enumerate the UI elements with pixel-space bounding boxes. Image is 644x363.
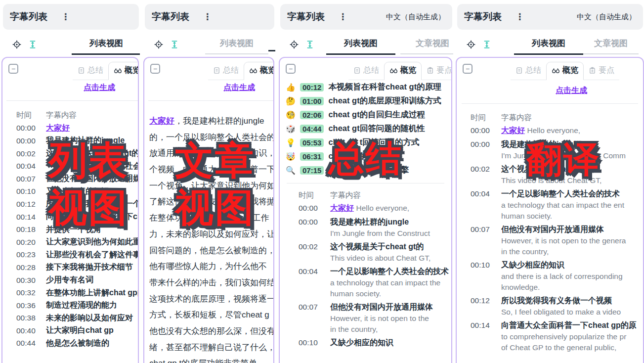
timestamp[interactable]: 00:20: [2, 238, 46, 247]
vertical-expand-icon[interactable]: [304, 39, 316, 50]
tab-list-view[interactable]: 列表视图: [326, 38, 395, 55]
subtitle-row[interactable]: 00:23 让那些没有机会了解这件事的朋友: [2, 249, 138, 262]
chapter-timestamp-badge[interactable]: 06:31: [300, 152, 324, 161]
tab-overview[interactable]: 概览: [108, 62, 139, 80]
chapter-row[interactable]: 🧐 02:06 cheat gt的自回归生成过程: [286, 108, 451, 122]
subtitle-row[interactable]: 00:28 接下来我将抛开技术细节: [2, 261, 138, 274]
subtitle-row[interactable]: 00:04 一个足以影响整个人类社会的技术 a technology that …: [280, 265, 451, 299]
timestamp[interactable]: 00:10: [457, 259, 501, 293]
subtitle-row[interactable]: 00:00 我是建构社群的jungle I'm Jungle from the …: [280, 216, 451, 239]
timestamp[interactable]: 00:07: [2, 175, 46, 183]
tab-overview[interactable]: 概览: [244, 62, 274, 80]
timestamp[interactable]: 00:38: [2, 314, 46, 322]
subtitle-row[interactable]: 00:14 向普通大众全面科普一下cheat gp的原理: [2, 211, 138, 224]
timestamp[interactable]: 00:00: [280, 216, 330, 239]
subtitle-row[interactable]: 00:40 让大家明白chat gp: [2, 324, 138, 337]
tab-summary[interactable]: 总结: [348, 62, 384, 80]
subtitle-row[interactable]: 00:07 但他没有对国内开放通用媒体 However, it is not o…: [280, 301, 451, 335]
locate-crosshair-icon[interactable]: [11, 39, 23, 50]
generate-link[interactable]: 点击生成: [223, 83, 255, 93]
timestamp[interactable]: 00:00: [457, 124, 501, 136]
kebab-menu-icon[interactable]: ⋮: [515, 11, 524, 22]
collapse-button[interactable]: −: [463, 64, 472, 74]
chapter-timestamp-badge[interactable]: 07:15: [300, 166, 324, 175]
subtitle-row[interactable]: 00:00 我是建构社群的jungle: [2, 135, 138, 147]
chapter-timestamp-badge[interactable]: 02:06: [300, 111, 324, 119]
subtitle-row[interactable]: 00:04 一个足以影响整个人类社会的技术 a technology that …: [457, 187, 643, 222]
tab-summary[interactable]: 总结: [511, 62, 546, 80]
tab-summary[interactable]: 总结: [208, 62, 244, 80]
timestamp[interactable]: 00:04: [2, 162, 46, 171]
timestamp[interactable]: 00:02: [2, 149, 46, 158]
timestamp[interactable]: 00:30: [2, 276, 46, 285]
subtitle-row[interactable]: 00:00 大家好 Hello everyone,: [280, 202, 451, 214]
subtitle-row[interactable]: 00:18 并提供一个视角: [2, 223, 138, 236]
tab-overview[interactable]: 概览: [546, 62, 584, 80]
chapter-row[interactable]: 👍 00:12 本视频旨在科普cheat gt的原理: [286, 80, 451, 94]
timestamp[interactable]: 00:04: [280, 265, 330, 299]
locate-crosshair-icon[interactable]: [288, 39, 300, 50]
chapter-row[interactable]: 🤯 06:31 cheat gt的惊人能力: [286, 149, 451, 163]
subtitle-row[interactable]: 00:14 向普通大众全面科普一下cheat gp的原 to comprehen…: [457, 319, 643, 353]
subtitle-row[interactable]: 00:30 少用专有名词: [2, 274, 138, 287]
timestamp[interactable]: 00:14: [2, 213, 46, 222]
chapter-row[interactable]: 🎲 04:44 cheat gt回答问题的随机性: [286, 122, 451, 136]
subtitle-row[interactable]: 00:00 大家好 Hello everyone,: [457, 124, 643, 136]
collapse-button[interactable]: −: [8, 64, 18, 74]
timestamp[interactable]: 00:00: [457, 138, 501, 161]
tab-article-view[interactable]: 文章视图: [583, 38, 639, 54]
timestamp[interactable]: 00:40: [2, 326, 46, 335]
generate-link[interactable]: 点击生成: [522, 86, 621, 96]
collapse-button[interactable]: −: [286, 64, 296, 74]
subtitle-row[interactable]: 00:02 这个视频是关于cheat gt的 This video is abo…: [280, 240, 451, 264]
locate-crosshair-icon[interactable]: [153, 39, 165, 50]
tab-overview[interactable]: 概览: [384, 62, 422, 80]
timestamp[interactable]: 00:23: [2, 250, 46, 259]
chapter-timestamp-badge[interactable]: 00:12: [300, 83, 324, 91]
vertical-expand-icon[interactable]: [481, 39, 493, 50]
subtitle-row[interactable]: 00:07 但他没有对国内开放通用媒体: [2, 173, 138, 185]
subtitle-row[interactable]: 00:36 制造过程涌现的能力: [2, 299, 138, 312]
subtitle-row[interactable]: 00:00 大家好: [2, 122, 138, 135]
timestamp[interactable]: 00:04: [457, 187, 501, 222]
tab-article-view[interactable]: 文章视图: [400, 38, 453, 54]
tab-list-view[interactable]: 列表视图: [514, 38, 583, 55]
timestamp[interactable]: 00:12: [457, 294, 501, 318]
language-label[interactable]: 中文（自动生成）: [577, 12, 636, 22]
timestamp[interactable]: 00:28: [2, 263, 46, 272]
timestamp[interactable]: 00:10: [2, 187, 46, 196]
timestamp[interactable]: 00:00: [280, 202, 330, 214]
chapter-row[interactable]: 🔍 07:15 chat gpt作为搜索引擎: [286, 163, 451, 177]
subtitle-row[interactable]: 00:10 又缺少相应的知识 and there is a lack of co…: [457, 259, 643, 293]
subtitle-row[interactable]: 00:20 让大家意识到他为何如此重要: [2, 236, 138, 249]
locate-crosshair-icon[interactable]: [465, 39, 477, 50]
timestamp[interactable]: 00:14: [457, 319, 501, 353]
timestamp[interactable]: 00:12: [2, 200, 46, 209]
chapter-row[interactable]: 🤔 01:00 cheat gt的底层原理和训练方式: [286, 94, 451, 108]
subtitle-row[interactable]: 00:44 他是怎么被制造的: [2, 337, 138, 350]
timestamp[interactable]: 00:02: [457, 163, 501, 186]
chapter-timestamp-badge[interactable]: 04:44: [300, 125, 324, 133]
subtitle-row[interactable]: 00:32 在整体功能上讲解chat gp的工作: [2, 286, 138, 299]
subtitle-row[interactable]: 00:02 这个视频是关于cheat gt的: [2, 147, 138, 160]
tab-keypoints[interactable]: 要点: [584, 62, 619, 80]
cue-link[interactable]: 大家好: [149, 116, 174, 126]
language-label[interactable]: 中文（自动生成）: [386, 12, 445, 22]
subtitle-row[interactable]: 00:02 这个视频是关于cheat gt的 This video is abo…: [457, 163, 643, 186]
subtitle-row[interactable]: 00:04 一个足以影响整个人类社会的技术: [2, 160, 138, 173]
kebab-menu-icon[interactable]: ⋮: [61, 11, 70, 22]
vertical-expand-icon[interactable]: [27, 39, 39, 50]
subtitle-row[interactable]: 00:12 所以我觉得我有义务做一个视频: [2, 198, 138, 211]
timestamp[interactable]: 00:32: [2, 288, 46, 297]
subtitle-row[interactable]: 00:12 所以我觉得我有义务做一个视频 So, I feel obligate…: [457, 294, 643, 318]
timestamp[interactable]: 00:02: [280, 240, 330, 264]
timestamp[interactable]: 00:07: [280, 301, 330, 335]
chapter-timestamp-badge[interactable]: 05:53: [300, 138, 324, 147]
subtitle-row[interactable]: 00:07 但他没有对国内开放通用媒体 However, it is not o…: [457, 223, 643, 257]
tab-list-view[interactable]: 列表视图: [205, 38, 268, 54]
timestamp[interactable]: 00:00: [2, 136, 46, 145]
kebab-menu-icon[interactable]: ⋮: [339, 11, 347, 22]
subtitle-row[interactable]: 00:10 又缺少相应的知识: [280, 336, 451, 349]
timestamp[interactable]: 00:07: [457, 223, 501, 257]
generate-link[interactable]: 点击生成: [84, 83, 115, 93]
